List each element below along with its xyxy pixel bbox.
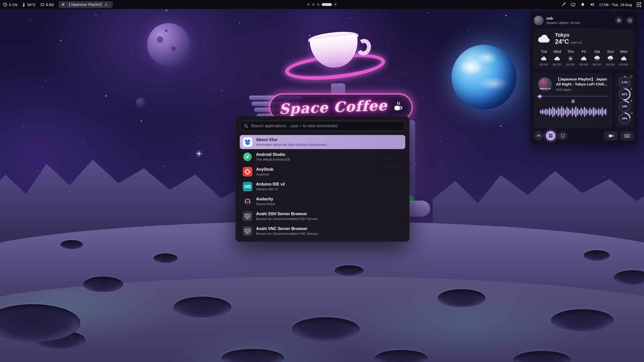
memory-stat: 6.8G (40, 3, 54, 7)
workspace-dot[interactable] (334, 4, 337, 6)
ram-icon (40, 3, 45, 7)
app-description: Sound Editor (256, 202, 275, 206)
media-taskbar-label: 【Japanese Playlist】 J... (67, 2, 110, 7)
app-row-android-studio[interactable]: Android Studio The official Android IDE (240, 150, 405, 164)
app-row-avahi-vnc[interactable]: Avahi VNC Server Browser Browse for Zero… (240, 224, 405, 238)
purple-planet (147, 23, 190, 66)
memory-usage-gauge: 24% (619, 112, 631, 124)
arduino-icon (243, 182, 252, 191)
cloud-icon (541, 56, 547, 61)
volume-icon[interactable] (589, 2, 595, 7)
forecast-day: Sun 33°/26° (604, 49, 617, 66)
app-launcher: About Xfce Information about the Xfce De… (235, 116, 410, 242)
user-header: seb System Uptime: 4h11m (534, 16, 634, 25)
memory-stat-value: 6.8G (46, 3, 54, 7)
top-bar: 3.1% 54°C 6.8G (0, 0, 644, 9)
media-taskbar-pill[interactable]: 【Japanese Playlist】 J... (59, 1, 113, 8)
app-row-about-xfce[interactable]: About Xfce Information about the Xfce De… (240, 135, 405, 149)
cpu-stat: 3.1% (3, 3, 17, 7)
forecast-day: Fri 35°/26° (577, 49, 591, 66)
cpu-usage-gauge: 3.1% (619, 76, 631, 88)
avahi-vnc-icon (243, 226, 252, 236)
forecast-day: Mon 33°/26° (617, 49, 630, 66)
sun-icon (568, 56, 573, 61)
about-xfce-icon (243, 137, 252, 147)
app-description: Arduino IDE v2 (256, 187, 285, 191)
system-uptime: System Uptime: 4h11m (546, 21, 580, 25)
settings-button[interactable] (615, 16, 623, 24)
media-progress-bar[interactable] (537, 96, 609, 97)
crater (292, 317, 360, 341)
gear-icon (630, 99, 633, 102)
avahi-ssh-icon (243, 211, 252, 221)
pause-icon (62, 3, 64, 6)
keyboard-button[interactable] (620, 131, 634, 140)
app-name: Arduino IDE v2 (256, 182, 285, 187)
network-icon[interactable] (570, 2, 576, 7)
temp-stat: 54°C (22, 3, 36, 7)
cloud-icon (554, 56, 560, 61)
rain-icon (607, 56, 614, 61)
app-name: Audacity (256, 197, 275, 201)
search-bar[interactable] (240, 121, 405, 131)
app-name: Android Studio (256, 152, 290, 157)
cpu-stat-value: 3.1% (9, 3, 17, 7)
screen-record-button[interactable] (604, 131, 618, 140)
speedometer-icon (536, 133, 541, 138)
power-button[interactable] (626, 16, 634, 24)
waveform (537, 105, 609, 119)
avatar (534, 16, 543, 25)
pause-icon (571, 99, 575, 103)
performance-button[interactable] (534, 131, 543, 141)
small-moon (136, 98, 146, 108)
app-grid-icon[interactable] (636, 2, 641, 7)
app-description: The official Android IDE (256, 158, 290, 161)
shield-icon (561, 133, 565, 138)
app-row-audacity[interactable]: Audacity Sound Editor (240, 194, 405, 208)
app-name: AnyDesk (256, 167, 273, 172)
anydesk-icon (243, 167, 252, 176)
tools-icon[interactable] (561, 2, 566, 7)
thermometer-icon (630, 87, 633, 90)
crater (60, 240, 83, 249)
app-row-anydesk[interactable]: AnyDesk AnyDesk (240, 165, 405, 179)
app-description: Information about the Xfce Desktop Envir… (256, 143, 327, 147)
forecast-day: Wed 35°/25° (551, 49, 564, 66)
play-pause-button[interactable] (537, 99, 609, 103)
gear-icon (617, 18, 621, 23)
media-player: TOKYO LO 【Japanese Playlist】 Japan All N… (534, 73, 612, 127)
workspace-dot[interactable] (312, 4, 314, 6)
gpu-usage-gauge: 14% (619, 100, 631, 112)
search-input[interactable] (251, 124, 401, 128)
system-gauges: 3.1% 54°C 14% (615, 73, 634, 127)
username: seb (546, 16, 580, 20)
crater (335, 265, 364, 276)
ram-icon (630, 111, 633, 114)
bright-star (198, 153, 200, 154)
media-progress-knob[interactable] (539, 95, 541, 98)
cpu-icon (630, 75, 633, 78)
widgets-button[interactable] (546, 131, 555, 141)
crater (551, 309, 614, 331)
forecast-day: Sat 36°/26° (590, 49, 604, 66)
notifications-bell-icon[interactable] (580, 2, 585, 7)
app-row-avahi-ssh[interactable]: Avahi SSH Server Browser Browse for Zero… (240, 209, 405, 223)
workspace-dot[interactable] (307, 4, 310, 6)
app-row-arduino[interactable]: Arduino IDE v2 Arduino IDE v2 (240, 179, 405, 194)
workspace-active[interactable] (322, 3, 332, 6)
workspace-dot[interactable] (317, 4, 319, 6)
gauge-icon (3, 3, 7, 7)
crater (438, 289, 486, 307)
weather-widget: Tokyo 24°C (GMT+9) Tue 33°/24° Wed 35°/2… (534, 29, 634, 70)
sidebar-toolbar (534, 131, 634, 141)
app-description: Browse for Zeroconf-enabled SSH Servers (256, 217, 318, 221)
crater (584, 250, 610, 261)
forecast-day: Thu 33°/26° (564, 49, 577, 66)
track-artist: Chill Japan. (556, 88, 609, 92)
earth-planet (452, 45, 516, 110)
control-sidebar: seb System Uptime: 4h11m (530, 12, 638, 145)
clock[interactable]: 17:09 - Tue, 19 Aug (599, 3, 632, 7)
apps-grid-icon (548, 133, 553, 138)
app-name: About Xfce (256, 138, 327, 142)
shield-button[interactable] (558, 131, 568, 141)
